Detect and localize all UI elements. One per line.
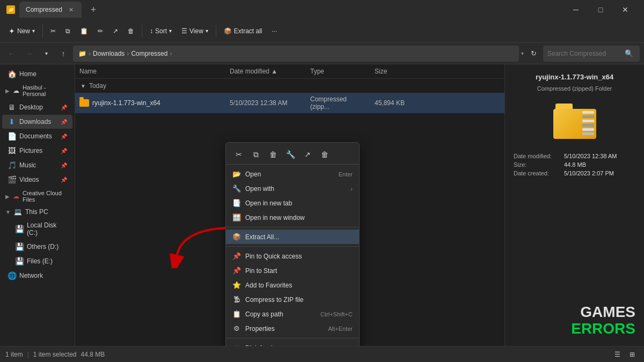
- ctx-open[interactable]: 📂 Open Enter: [226, 167, 359, 181]
- search-input[interactable]: [547, 50, 623, 57]
- path-dropdown-button[interactable]: ▾: [521, 50, 524, 56]
- sidebar-item-desktop[interactable]: 🖥 Desktop 📌: [2, 100, 72, 114]
- status-size: 44.8 MB: [81, 351, 105, 358]
- up-button[interactable]: ↑: [56, 46, 71, 61]
- sidebar-item-edrive[interactable]: 💾 Files (E:): [2, 254, 72, 268]
- window-controls: ─ □ ✕: [564, 0, 638, 19]
- ctx-open-newwindow[interactable]: 🪟 Open in new window: [226, 210, 359, 225]
- ctx-extract-all[interactable]: 📦 Extract All...: [226, 230, 359, 244]
- tab-close-button[interactable]: ✕: [67, 5, 75, 14]
- path-downloads[interactable]: Downloads: [93, 50, 125, 57]
- ctx-properties[interactable]: ⚙ Properties Alt+Enter: [226, 321, 359, 336]
- view-dropdown-icon: ▾: [206, 28, 208, 34]
- details-panel: ryujinx-1.1.773-win_x64 Compressed (zipp…: [504, 64, 644, 346]
- minimize-button[interactable]: ─: [564, 0, 588, 19]
- ctx-rename-button[interactable]: 🔧: [283, 147, 298, 162]
- ctx-compress-zip[interactable]: 🗜 Compress to ZIP file: [226, 292, 359, 307]
- sidebar-label-home: Home: [19, 70, 67, 78]
- sidebar-item-hasibul[interactable]: ▶ ☁ Hasibul - Personal: [0, 82, 75, 100]
- cut-button[interactable]: ✂: [46, 23, 60, 40]
- forward-button[interactable]: →: [21, 46, 36, 61]
- share-button[interactable]: ↗: [108, 23, 122, 40]
- sidebar-item-cdrive[interactable]: 💾 Local Disk (C:): [2, 219, 72, 239]
- meta-label-modified: Date modified:: [514, 153, 562, 159]
- ctx-separator-2: [226, 246, 359, 247]
- sidebar-item-videos[interactable]: 🎬 Videos 📌: [2, 173, 72, 187]
- details-view-button[interactable]: ☰: [611, 348, 624, 361]
- paste-button[interactable]: 📋: [76, 23, 92, 40]
- ctx-favorites-label: Add to Favorites: [245, 282, 353, 289]
- rename-button[interactable]: ✏: [93, 23, 107, 40]
- path-separator-2: ›: [170, 50, 172, 57]
- ctx-properties-icon: ⚙: [232, 324, 241, 333]
- sidebar-item-downloads[interactable]: ⬇ Downloads 📌: [2, 115, 72, 129]
- large-icons-view-button[interactable]: ⊞: [626, 348, 639, 361]
- toolbar-separator-2: [142, 25, 142, 38]
- new-button[interactable]: ✦ New ▾: [4, 23, 39, 40]
- sidebar-item-home[interactable]: 🏠 Home: [2, 67, 72, 81]
- sidebar-item-pictures[interactable]: 🖼 Pictures 📌: [2, 144, 72, 158]
- main-layout: 🏠 Home ▶ ☁ Hasibul - Personal 🖥 Desktop …: [0, 64, 644, 346]
- sidebar-item-ddrive[interactable]: 💾 Others (D:): [2, 240, 72, 254]
- ctx-properties-label: Properties: [245, 325, 324, 333]
- zip-stripes: [582, 111, 594, 135]
- more-button[interactable]: ···: [268, 23, 282, 40]
- current-tab[interactable]: Compressed ✕: [19, 2, 82, 18]
- delete-button[interactable]: 🗑: [123, 23, 138, 40]
- maximize-button[interactable]: □: [588, 0, 613, 19]
- sort-button[interactable]: ↕ Sort ▾: [145, 23, 176, 40]
- ctx-pin-quick[interactable]: 📌 Pin to Quick access: [226, 249, 359, 263]
- ctx-open-with[interactable]: 🔧 Open with ›: [226, 181, 359, 196]
- col-type[interactable]: Type: [306, 67, 370, 76]
- ctx-delete-button[interactable]: 🗑: [266, 147, 281, 162]
- extract-icon: 📦: [224, 27, 232, 35]
- ctx-open-shortcut: Enter: [339, 171, 353, 178]
- new-tab-button[interactable]: +: [86, 2, 101, 17]
- ctx-pin-start[interactable]: 📌 Pin to Start: [226, 263, 359, 278]
- refresh-button[interactable]: ↻: [526, 46, 541, 61]
- ctx-properties-shortcut: Alt+Enter: [328, 326, 353, 332]
- ctx-favorites[interactable]: ⭐ Add to Favorites: [226, 278, 359, 292]
- sidebar-item-documents[interactable]: 📄 Documents 📌: [2, 129, 72, 143]
- file-cell-date: 5/10/2023 12:38 AM: [225, 98, 306, 108]
- col-date[interactable]: Date modified ▲: [225, 67, 306, 76]
- recent-button[interactable]: ▾: [39, 46, 54, 61]
- back-button[interactable]: ←: [4, 46, 19, 61]
- ctx-share-button[interactable]: ↗: [300, 147, 315, 162]
- ctx-open-icon: 📂: [232, 170, 241, 178]
- copy-icon: ⧉: [65, 27, 70, 35]
- ctx-favorites-icon: ⭐: [232, 281, 241, 289]
- copy-button[interactable]: ⧉: [61, 23, 75, 40]
- app-icon: 📁: [6, 5, 15, 14]
- path-compressed[interactable]: Compressed: [131, 50, 167, 57]
- close-button[interactable]: ✕: [613, 0, 638, 19]
- sidebar-item-network[interactable]: 🌐 Network: [2, 269, 72, 283]
- view-button[interactable]: ☰ View ▾: [177, 23, 213, 40]
- ctx-cut-button[interactable]: ✂: [231, 147, 246, 162]
- file-name: ryujinx-1.1.773-win_x64: [92, 99, 160, 107]
- home-icon: 🏠: [8, 70, 16, 78]
- col-size[interactable]: Size: [370, 67, 424, 76]
- sidebar-item-thispc[interactable]: ▼ 💻 This PC: [0, 205, 75, 218]
- search-icon: 🔍: [625, 49, 633, 57]
- ctx-trash-button[interactable]: 🗑: [317, 147, 332, 162]
- status-bar: 1 item | 1 item selected 44.8 MB ☰ ⊞: [0, 346, 644, 362]
- ctx-bitdefender[interactable]: 🛡 Bitdefender ›: [226, 341, 359, 346]
- sort-icon: ↕: [150, 27, 153, 35]
- ctx-bitdefender-icon: 🛡: [232, 344, 241, 346]
- expand-icon-thispc: ▼: [5, 209, 11, 215]
- toolbar: ✦ New ▾ ✂ ⧉ 📋 ✏ ↗ 🗑 ↕ Sort ▾ ☰ View ▾ 📦 …: [0, 19, 644, 43]
- address-path[interactable]: 📁 › Downloads › Compressed ›: [73, 46, 519, 62]
- ctx-copy-path[interactable]: 📋 Copy as path Ctrl+Shift+C: [226, 307, 359, 321]
- extract-all-button[interactable]: 📦 Extract all: [219, 23, 267, 40]
- table-row[interactable]: ryujinx-1.1.773-win_x64 5/10/2023 12:38 …: [75, 93, 504, 113]
- ctx-open-newtab[interactable]: 📑 Open in new tab: [226, 196, 359, 210]
- context-menu: ✂ ⧉ 🗑 🔧 ↗ 🗑 📂 Open Enter 🔧 Open with › 📑…: [225, 142, 360, 346]
- col-name[interactable]: Name: [75, 67, 225, 76]
- music-icon: 🎵: [8, 161, 16, 169]
- ctx-open-newtab-label: Open in new tab: [245, 200, 353, 207]
- ctx-copy-button[interactable]: ⧉: [248, 147, 264, 162]
- sidebar-item-creative-cloud[interactable]: ▶ ☁ Creative Cloud Files: [0, 187, 75, 205]
- sidebar-item-music[interactable]: 🎵 Music 📌: [2, 158, 72, 172]
- status-count: 1 item: [5, 351, 23, 358]
